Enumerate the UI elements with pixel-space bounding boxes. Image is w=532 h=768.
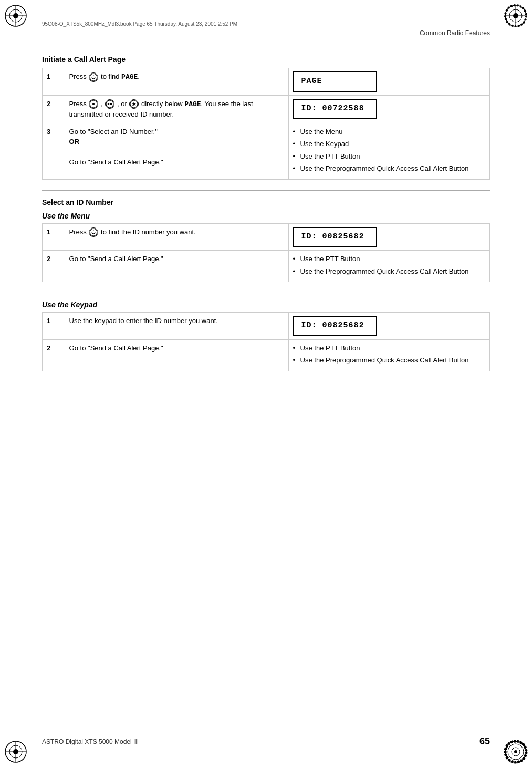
step-action: Go to "Send a Call Alert Page."	[65, 251, 288, 282]
options-list: Use the PTT Button Use the Preprogrammed…	[293, 343, 485, 366]
menu-step2-text: Go to "Send a Call Alert Page."	[69, 255, 163, 263]
step-num: 1	[43, 223, 65, 251]
step-num: 1	[43, 68, 65, 96]
header-title: Common Radio Features	[42, 29, 490, 39]
step-num: 2	[43, 251, 65, 282]
list-item: Use the PTT Button	[293, 254, 485, 264]
step-num: 3	[43, 123, 65, 179]
step-result: Use the Menu Use the Keypad Use the PTT …	[288, 123, 489, 179]
svg-point-21	[90, 74, 97, 81]
comma1: ,	[101, 100, 105, 108]
corner-mark-tr	[504, 4, 528, 28]
step1-text: to find PAGE.	[101, 72, 140, 80]
page-footer: ASTRO Digital XTS 5000 Model III 65	[42, 736, 490, 747]
dot1-icon	[89, 99, 98, 109]
page-display: PAGE	[293, 71, 377, 92]
step-action: Press , , or	[65, 95, 288, 123]
initiate-heading: Initiate a Call Alert Page	[42, 55, 490, 64]
id-display-1: ID: 00722588	[293, 99, 377, 119]
svg-point-24	[92, 103, 95, 105]
step-result: ID: 00722588	[288, 95, 489, 123]
options-list: Use the PTT Button Use the Preprogrammed…	[293, 254, 485, 276]
table-row: 2 Go to "Send a Call Alert Page." Use th…	[43, 339, 490, 371]
step-num: 1	[43, 313, 65, 340]
list-item: Use the Preprogrammed Quick Access Call …	[293, 163, 485, 174]
section-divider-2	[42, 293, 490, 293]
keypad-step1-text: Use the keypad to enter the ID number yo…	[69, 317, 218, 325]
menu-step1-text: to find the ID number you want.	[101, 228, 196, 236]
page-header: 95C08-O_XTS5k_800MHz_Mdl3.book Page 65 T…	[42, 21, 490, 50]
press-text: Press	[69, 72, 89, 80]
keypad-table: 1 Use the keypad to enter the ID number …	[42, 312, 490, 371]
file-info: 95C08-O_XTS5k_800MHz_Mdl3.book Page 65 T…	[42, 21, 490, 27]
list-item: Use the Preprogrammed Quick Access Call …	[293, 355, 485, 366]
svg-point-31	[92, 231, 95, 234]
svg-point-26	[108, 103, 110, 105]
table-row: 1 Press to find the ID number you want. …	[43, 223, 490, 251]
corner-mark-br	[504, 740, 528, 764]
step-action: Go to "Select an ID Number." OR Go to "S…	[65, 123, 288, 179]
step-action: Press to find the ID number you want.	[65, 223, 288, 251]
svg-point-22	[92, 76, 95, 79]
table-row: 3 Go to "Select an ID Number." OR Go to …	[43, 123, 490, 179]
menu-table: 1 Press to find the ID number you want. …	[42, 223, 490, 283]
main-content: Initiate a Call Alert Page 1 Press to fi…	[42, 55, 490, 726]
svg-point-19	[514, 750, 517, 753]
svg-point-27	[110, 103, 112, 105]
table-row: 2 Press , , or	[43, 95, 490, 123]
page-number: 65	[479, 736, 490, 747]
id-display-2: ID: 00825682	[293, 227, 377, 247]
or-text: OR	[69, 138, 80, 146]
step-result: PAGE	[288, 68, 489, 96]
svg-point-30	[90, 229, 97, 236]
corner-mark-bl	[4, 740, 28, 764]
step-result: Use the PTT Button Use the Preprogrammed…	[288, 339, 489, 371]
press-text: Press	[69, 228, 89, 236]
svg-point-25	[106, 100, 113, 108]
step-num: 2	[43, 95, 65, 123]
dot2-icon	[105, 99, 114, 109]
star-icon: ✱	[129, 99, 139, 109]
table-row: 1 Use the keypad to enter the ID number …	[43, 313, 490, 340]
footer-product-name: ASTRO Digital XTS 5000 Model III	[42, 738, 139, 745]
table-row: 1 Press to find PAGE. PAGE	[43, 68, 490, 96]
list-item: Use the PTT Button	[293, 151, 485, 162]
knob-icon	[89, 227, 98, 237]
list-item: Use the PTT Button	[293, 343, 485, 354]
list-item: Use the Preprogrammed Quick Access Call …	[293, 266, 485, 277]
step-result: ID: 00825682	[288, 223, 489, 251]
step-action: Press to find PAGE.	[65, 68, 288, 96]
table-row: 2 Go to "Send a Call Alert Page." Use th…	[43, 251, 490, 282]
use-menu-heading: Use the Menu	[42, 212, 490, 220]
step-result: ID: 00825682	[288, 313, 489, 340]
section-divider	[42, 190, 490, 191]
step-action: Go to "Send a Call Alert Page."	[65, 339, 288, 371]
list-item: Use the Keypad	[293, 139, 485, 149]
use-keypad-heading: Use the Keypad	[42, 300, 490, 309]
step3-main: Go to "Select an ID Number."	[69, 128, 158, 136]
select-id-heading: Select an ID Number	[42, 198, 490, 206]
list-item: Use the Menu	[293, 127, 485, 137]
keypad-step2-text: Go to "Send a Call Alert Page."	[69, 344, 163, 352]
step-result: Use the PTT Button Use the Preprogrammed…	[288, 251, 489, 282]
step3-alt: Go to "Send a Call Alert Page."	[69, 158, 163, 166]
options-list: Use the Menu Use the Keypad Use the PTT …	[293, 127, 485, 174]
step-action: Use the keypad to enter the ID number yo…	[65, 313, 288, 340]
id-display-3: ID: 00825682	[293, 316, 377, 336]
corner-mark-tl	[4, 4, 28, 28]
press-text: Press	[69, 100, 89, 108]
svg-text:✱: ✱	[132, 101, 136, 107]
comma2: , or	[117, 100, 129, 108]
knob-icon	[89, 72, 98, 82]
initiate-table: 1 Press to find PAGE. PAGE 2 Press	[42, 68, 490, 180]
step-num: 2	[43, 339, 65, 371]
